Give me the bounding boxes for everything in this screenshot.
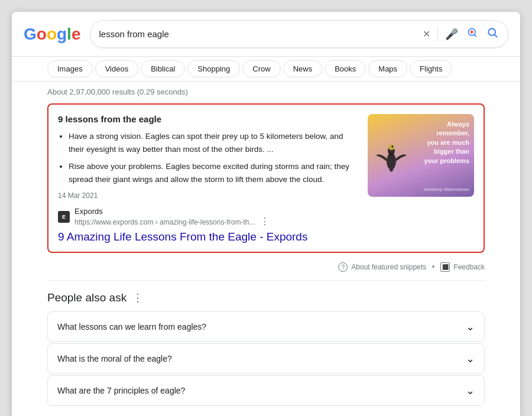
paa-question-2-text: What is the moral of the eagle? [57,354,172,363]
results-area: About 2,97,00,000 results (0.29 seconds)… [12,82,520,416]
featured-snippet: 9 lessons from the eagle Have a strong v… [47,103,485,253]
browser-window: Google ✕ 🎤 [12,12,520,416]
source-url: https://www.expords.com › amazing-life-l… [74,218,255,226]
snippet-date: 14 Mar 2021 [58,191,358,200]
results-count: About 2,97,00,000 results (0.29 seconds) [47,87,485,96]
paa-title: People also ask [47,291,126,304]
search-header: Google ✕ 🎤 [12,12,520,57]
svg-point-1 [488,28,495,35]
search-bar: ✕ 🎤 [90,20,508,48]
tab-shopping[interactable]: Shopping [187,60,240,77]
snippet-link[interactable]: 9 Amazing Life Lessons From the Eagle - … [58,230,358,243]
snippet-bullet-1: Have a strong vision. Eagles can spot th… [69,130,358,155]
tab-maps[interactable]: Maps [368,60,407,77]
paa-options-button[interactable]: ⋮ [132,291,143,304]
tab-books[interactable]: Books [325,60,366,77]
mic-icon: 🎤 [445,28,458,41]
eagle-silhouette-icon [374,132,409,179]
paa-chevron-2-icon: ⌄ [466,352,475,365]
image-quote-text: Always remember, you are much bigger tha… [424,120,469,165]
tab-videos[interactable]: Videos [95,60,139,77]
lens-icon [466,27,478,41]
search-button[interactable] [485,25,499,43]
snippet-title: 9 lessons from the eagle [58,114,358,124]
tab-news[interactable]: News [283,60,323,77]
close-icon: ✕ [423,28,430,40]
feedback-icon: ⬛ [440,262,450,272]
people-also-ask-section: People also ask ⋮ What lessons can we le… [47,291,485,406]
feedback-row: ? About featured snippets • ⬛ Feedback [47,259,485,281]
tab-biblical[interactable]: Biblical [141,60,185,77]
voice-search-button[interactable]: 🎤 [444,27,459,42]
divider [437,28,438,41]
paa-question-3-text: What are the 7 principles of eagle? [57,386,185,395]
paa-question-1-text: What lessons can we learn from eagles? [57,322,206,332]
tab-images[interactable]: Images [47,60,93,77]
dot-separator: • [432,263,434,271]
lens-button[interactable] [465,25,479,43]
feedback-label[interactable]: Feedback [453,263,485,271]
paa-question-3[interactable]: What are the 7 principles of eagle? ⌄ [47,375,485,406]
paa-question-1[interactable]: What lessons can we learn from eagles? ⌄ [47,311,485,342]
clear-button[interactable]: ✕ [421,27,432,41]
snippet-source: E Expords https://www.expords.com › amaz… [58,207,358,227]
snippet-image: Always remember, you are much bigger tha… [368,114,474,197]
paa-chevron-1-icon: ⌄ [466,320,475,333]
paa-question-2[interactable]: What is the moral of the eagle? ⌄ [47,343,485,374]
snippet-list: Have a strong vision. Eagles can spot th… [58,130,358,186]
source-favicon: E [58,211,70,223]
tab-crow[interactable]: Crow [242,60,280,77]
filter-tabs: Images Videos Biblical Shopping Crow New… [12,57,520,82]
search-icons: ✕ 🎤 [421,25,499,43]
paa-chevron-3-icon: ⌄ [466,384,475,397]
image-attribution: Sandeep Maheshwari [424,187,469,192]
svg-point-2 [387,153,396,170]
source-info: Expords https://www.expords.com › amazin… [74,207,270,227]
search-input[interactable] [99,29,416,39]
search-icon [486,27,498,41]
about-snippets-label[interactable]: About featured snippets [351,263,426,271]
source-name: Expords [74,207,270,216]
help-icon[interactable]: ? [338,262,348,272]
snippet-bullet-2: Rise above your problems. Eagles become … [69,160,358,186]
svg-point-5 [392,146,394,148]
google-logo: Google [24,25,80,44]
source-more-button[interactable]: ⋮ [260,216,270,226]
svg-point-4 [388,144,394,150]
paa-header: People also ask ⋮ [47,291,485,304]
snippet-content: 9 lessons from the eagle Have a strong v… [58,114,358,243]
tab-flights[interactable]: Flights [410,60,452,77]
